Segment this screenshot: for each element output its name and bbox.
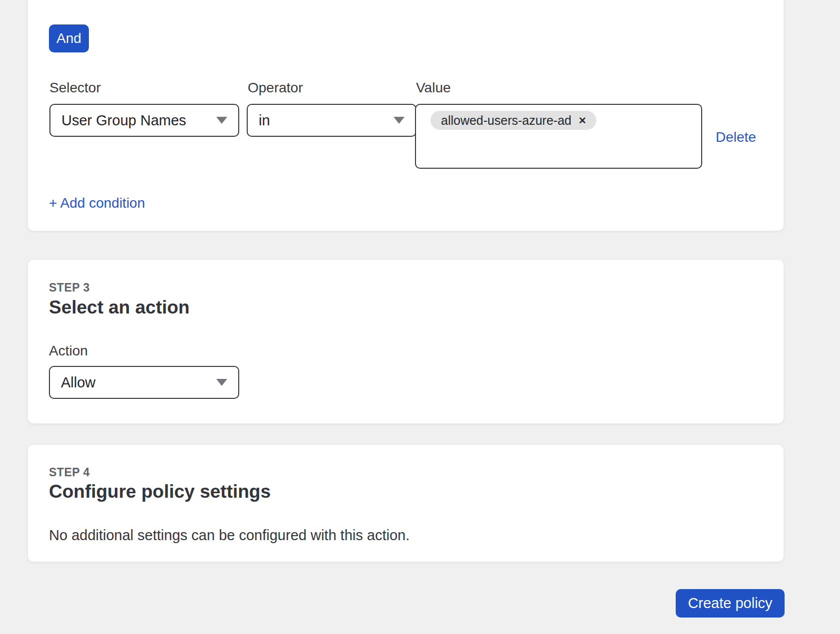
- action-dropdown[interactable]: Allow: [49, 366, 239, 399]
- and-rule-button[interactable]: And: [49, 24, 89, 52]
- operator-label: Operator: [248, 81, 303, 95]
- step4-card: STEP 4 Configure policy settings No addi…: [27, 444, 784, 562]
- remove-tag-icon[interactable]: ✕: [578, 116, 586, 125]
- operator-dropdown[interactable]: in: [247, 104, 417, 137]
- value-tag-text: allowed-users-azure-ad: [441, 113, 571, 128]
- step3-title: Select an action: [49, 298, 190, 317]
- step4-description: No additional settings can be configured…: [49, 526, 410, 545]
- value-label: Value: [416, 81, 451, 95]
- operator-dropdown-value: in: [259, 112, 270, 129]
- chevron-down-icon: [216, 379, 227, 386]
- selector-dropdown-value: User Group Names: [61, 112, 186, 129]
- create-policy-button[interactable]: Create policy: [676, 589, 785, 618]
- step3-card: STEP 3 Select an action Action Allow: [27, 259, 784, 424]
- delete-condition-link[interactable]: Delete: [716, 130, 756, 144]
- step4-title: Configure policy settings: [49, 482, 271, 501]
- step4-label: STEP 4: [49, 467, 90, 478]
- conditions-card: And Selector Operator Value User Group N…: [27, 0, 784, 231]
- action-label: Action: [49, 344, 88, 358]
- value-tag: allowed-users-azure-ad ✕: [430, 111, 596, 130]
- value-multiselect-input[interactable]: allowed-users-azure-ad ✕: [415, 104, 702, 169]
- chevron-down-icon: [394, 117, 405, 124]
- selector-label: Selector: [49, 81, 101, 95]
- step3-label: STEP 3: [49, 282, 90, 294]
- action-dropdown-value: Allow: [61, 374, 95, 391]
- selector-dropdown[interactable]: User Group Names: [49, 104, 239, 137]
- add-condition-link[interactable]: + Add condition: [49, 196, 145, 210]
- chevron-down-icon: [216, 117, 227, 124]
